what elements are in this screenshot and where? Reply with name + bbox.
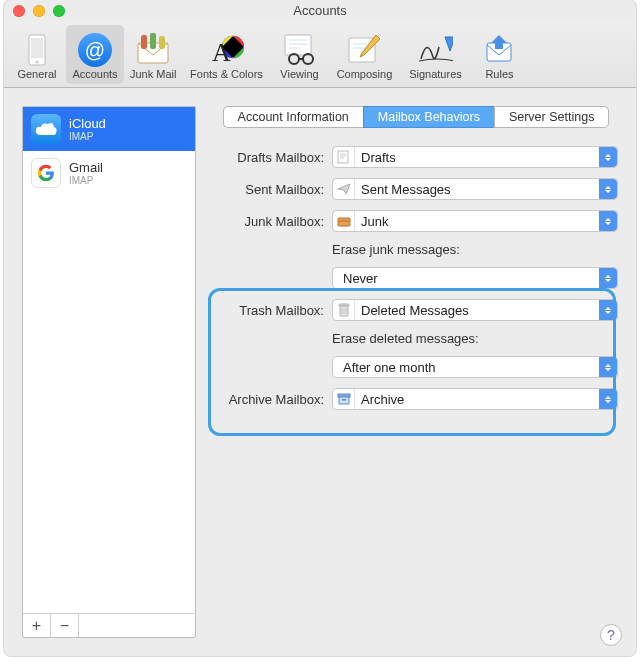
window-title: Accounts xyxy=(4,0,636,22)
mailbox-behaviors-form: Drafts Mailbox: Drafts Sent Mailbox: xyxy=(214,146,618,410)
erase-junk-popup[interactable]: Never xyxy=(332,267,618,289)
erase-deleted-label: Erase deleted messages: xyxy=(332,331,479,346)
toolbar-viewing[interactable]: Viewing xyxy=(270,25,328,84)
preferences-toolbar: General @ Accounts Junk Mail A Fonts & C… xyxy=(4,22,636,88)
main-panel: Account Information Mailbox Behaviors Se… xyxy=(214,106,618,638)
toolbar-label: Viewing xyxy=(280,68,318,80)
minimize-window-button[interactable] xyxy=(33,5,45,17)
toolbar-signatures[interactable]: Signatures xyxy=(400,25,470,84)
junk-mail-icon xyxy=(135,32,171,68)
at-sign-icon: @ xyxy=(77,32,113,68)
accounts-preferences-window: Accounts General @ Accounts Junk Mail xyxy=(4,0,636,656)
svg-text:A: A xyxy=(212,38,231,67)
sent-plane-icon xyxy=(333,179,355,199)
tab-account-information[interactable]: Account Information xyxy=(223,106,363,128)
sent-label: Sent Mailbox: xyxy=(214,182,332,197)
chevron-updown-icon xyxy=(599,147,617,167)
junk-box-icon xyxy=(333,211,355,231)
composing-icon xyxy=(346,32,382,68)
sent-value: Sent Messages xyxy=(361,182,599,197)
toolbar-junk-mail[interactable]: Junk Mail xyxy=(124,25,182,84)
toolbar-label: Accounts xyxy=(72,68,117,80)
drafts-mailbox-popup[interactable]: Drafts xyxy=(332,146,618,168)
svg-rect-28 xyxy=(339,304,349,306)
svg-rect-34 xyxy=(342,399,346,401)
content-area: iCloud IMAP Gmail IMAP + − xyxy=(4,88,636,656)
svg-rect-5 xyxy=(150,33,156,49)
junk-label: Junk Mailbox: xyxy=(214,214,332,229)
help-button[interactable]: ? xyxy=(600,624,622,646)
erase-junk-value: Never xyxy=(343,271,599,286)
archive-label: Archive Mailbox: xyxy=(214,392,332,407)
trash-value: Deleted Messages xyxy=(361,303,599,318)
toolbar-accounts[interactable]: @ Accounts xyxy=(66,25,124,84)
chevron-updown-icon xyxy=(599,211,617,231)
trash-label: Trash Mailbox: xyxy=(214,303,332,318)
add-account-button[interactable]: + xyxy=(23,614,51,637)
erase-deleted-popup[interactable]: After one month xyxy=(332,356,618,378)
account-item-icloud[interactable]: iCloud IMAP xyxy=(23,107,195,151)
erase-junk-label: Erase junk messages: xyxy=(332,242,460,257)
svg-rect-10 xyxy=(285,35,311,55)
drafts-folder-icon xyxy=(333,147,355,167)
chevron-updown-icon xyxy=(599,179,617,199)
chevron-updown-icon xyxy=(599,268,617,288)
accounts-footer: + − xyxy=(23,613,195,637)
signatures-icon xyxy=(417,32,453,68)
account-name: Gmail xyxy=(69,161,103,175)
svg-rect-25 xyxy=(338,218,350,226)
account-tabs: Account Information Mailbox Behaviors Se… xyxy=(214,106,618,128)
titlebar: Accounts xyxy=(4,0,636,22)
accounts-list[interactable]: iCloud IMAP Gmail IMAP xyxy=(23,107,195,613)
trash-can-icon xyxy=(333,300,355,320)
trash-mailbox-popup[interactable]: Deleted Messages xyxy=(332,299,618,321)
icloud-icon xyxy=(31,114,61,144)
toolbar-composing[interactable]: Composing xyxy=(328,25,400,84)
svg-rect-6 xyxy=(159,36,165,49)
fonts-colors-icon: A xyxy=(208,32,244,68)
toolbar-label: Rules xyxy=(485,68,513,80)
svg-rect-21 xyxy=(338,151,348,163)
chevron-updown-icon xyxy=(599,300,617,320)
account-name: iCloud xyxy=(69,117,106,131)
account-type: IMAP xyxy=(69,131,106,142)
chevron-updown-icon xyxy=(599,389,617,409)
archive-value: Archive xyxy=(361,392,599,407)
viewing-icon xyxy=(281,32,317,68)
account-item-gmail[interactable]: Gmail IMAP xyxy=(23,151,195,195)
svg-rect-4 xyxy=(141,35,147,49)
zoom-window-button[interactable] xyxy=(53,5,65,17)
archive-box-icon xyxy=(333,389,355,409)
account-type: IMAP xyxy=(69,175,103,186)
accounts-sidebar: iCloud IMAP Gmail IMAP + − xyxy=(22,106,196,638)
junk-value: Junk xyxy=(361,214,599,229)
drafts-label: Drafts Mailbox: xyxy=(214,150,332,165)
gmail-icon xyxy=(31,158,61,188)
window-controls xyxy=(13,5,65,17)
toolbar-label: Composing xyxy=(337,68,393,80)
toolbar-general[interactable]: General xyxy=(8,25,66,84)
chevron-updown-icon xyxy=(599,357,617,377)
toolbar-label: Signatures xyxy=(409,68,462,80)
remove-account-button[interactable]: − xyxy=(51,614,79,637)
svg-point-2 xyxy=(36,61,39,64)
toolbar-label: Junk Mail xyxy=(130,68,176,80)
tab-mailbox-behaviors[interactable]: Mailbox Behaviors xyxy=(363,106,494,128)
archive-mailbox-popup[interactable]: Archive xyxy=(332,388,618,410)
svg-rect-1 xyxy=(31,38,43,58)
toolbar-rules[interactable]: Rules xyxy=(470,25,528,84)
toolbar-label: General xyxy=(17,68,56,80)
junk-mailbox-popup[interactable]: Junk xyxy=(332,210,618,232)
toolbar-fonts-colors[interactable]: A Fonts & Colors xyxy=(182,25,270,84)
tab-server-settings[interactable]: Server Settings xyxy=(494,106,609,128)
rules-icon xyxy=(481,32,517,68)
phone-icon xyxy=(19,32,55,68)
toolbar-label: Fonts & Colors xyxy=(190,68,263,80)
erase-deleted-value: After one month xyxy=(343,360,599,375)
sent-mailbox-popup[interactable]: Sent Messages xyxy=(332,178,618,200)
drafts-value: Drafts xyxy=(361,150,599,165)
close-window-button[interactable] xyxy=(13,5,25,17)
